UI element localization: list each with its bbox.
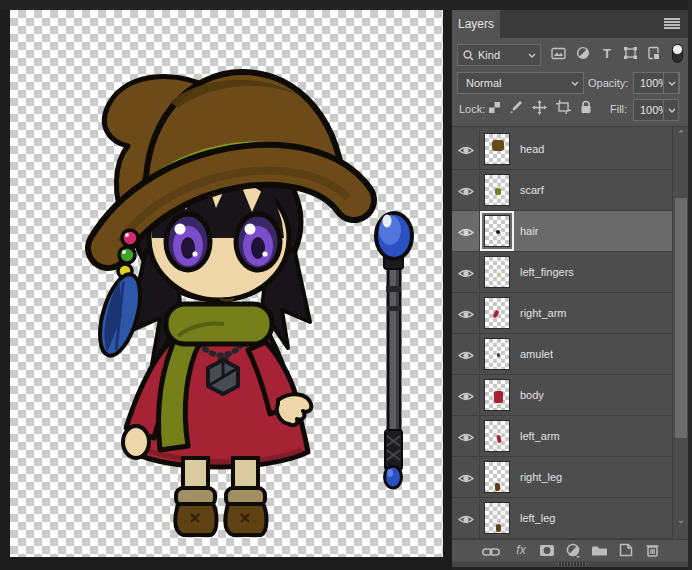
lock-position-icon[interactable]: [531, 100, 547, 116]
photoshop-workspace: « ✕: [0, 0, 692, 570]
layer-name[interactable]: left_leg: [520, 498, 555, 539]
document-canvas[interactable]: [10, 10, 443, 557]
panel-tab-bar: Layers: [452, 10, 688, 38]
scroll-down-icon[interactable]: ⌄: [673, 513, 689, 527]
scrollbar-thumb[interactable]: [675, 198, 687, 438]
layer-name[interactable]: left_arm: [520, 416, 560, 457]
blend-mode-dropdown[interactable]: Normal: [457, 72, 584, 94]
panel-right-edge: [688, 0, 692, 570]
layer-row-amulet[interactable]: amulet: [452, 334, 672, 375]
layer-name[interactable]: hair: [520, 211, 538, 252]
layer-list: head scarf hair left_fingers: [452, 127, 688, 539]
add-layer-mask-icon[interactable]: [536, 543, 558, 560]
layer-name[interactable]: right_arm: [520, 293, 566, 334]
search-icon: [463, 50, 474, 61]
layer-visibility-toggle[interactable]: [458, 471, 474, 484]
layer-row-left-arm[interactable]: left_arm: [452, 416, 672, 457]
layer-visibility-toggle[interactable]: [458, 307, 474, 320]
layer-visibility-toggle[interactable]: [458, 225, 474, 238]
panel-drag-grip[interactable]: [558, 562, 586, 566]
layer-row-left-leg[interactable]: left_leg: [452, 498, 672, 539]
layer-style-icon[interactable]: fx: [510, 543, 532, 560]
fill-label: Fill:: [610, 103, 627, 115]
layer-thumbnail[interactable]: [484, 379, 510, 411]
eye-left: [166, 214, 210, 270]
layer-name[interactable]: scarf: [520, 170, 544, 211]
scroll-up-icon[interactable]: ⌃: [673, 127, 689, 141]
chevron-down-icon: [571, 81, 579, 86]
layer-name[interactable]: amulet: [520, 334, 553, 375]
layer-thumbnail[interactable]: [484, 420, 510, 452]
layer-visibility-toggle[interactable]: [458, 266, 474, 279]
lock-all-icon[interactable]: [578, 100, 594, 116]
eye-right: [236, 214, 280, 270]
panel-top-strip: [452, 0, 688, 10]
layer-name[interactable]: head: [520, 129, 544, 170]
layers-panel: Layers Kind T: [452, 0, 692, 570]
layer-row-body[interactable]: body: [452, 375, 672, 416]
layer-visibility-toggle[interactable]: [458, 512, 474, 525]
link-layers-icon[interactable]: [480, 543, 502, 560]
delete-layer-icon[interactable]: [641, 543, 663, 560]
layer-row-right-leg[interactable]: right_leg: [452, 457, 672, 498]
opacity-dropdown-button[interactable]: [663, 72, 679, 94]
lock-transparency-icon[interactable]: [486, 100, 502, 116]
kind-filter-dropdown[interactable]: Kind: [457, 44, 541, 66]
chibi-character: [92, 72, 354, 535]
opacity-label: Opacity:: [588, 77, 628, 89]
layer-visibility-toggle[interactable]: [458, 184, 474, 197]
character-artwork: [10, 10, 443, 557]
smart-object-filter-icon[interactable]: [644, 46, 664, 64]
layer-name[interactable]: body: [520, 375, 544, 416]
layer-thumbnail[interactable]: [484, 502, 510, 534]
layer-visibility-toggle[interactable]: [458, 430, 474, 443]
pixel-layer-filter-icon[interactable]: [548, 46, 568, 64]
shape-layer-filter-icon[interactable]: [620, 46, 640, 64]
layer-thumbnail[interactable]: [484, 174, 510, 206]
layer-row-right-arm[interactable]: right_arm: [452, 293, 672, 334]
layer-thumbnail[interactable]: [484, 338, 510, 370]
layer-name[interactable]: left_fingers: [520, 252, 574, 293]
layer-thumbnail[interactable]: [484, 133, 510, 165]
type-layer-filter-icon[interactable]: T: [597, 46, 617, 64]
tab-layers[interactable]: Layers: [452, 10, 500, 38]
layer-row-left-fingers[interactable]: left_fingers: [452, 252, 672, 293]
feather: [92, 270, 148, 360]
panel-menu-icon[interactable]: [664, 18, 680, 30]
fill-dropdown-button[interactable]: [663, 99, 679, 121]
blend-mode-value: Normal: [466, 77, 501, 89]
lock-label: Lock:: [459, 103, 485, 115]
layer-row-head[interactable]: head: [452, 129, 672, 170]
layer-thumbnail[interactable]: [484, 256, 510, 288]
new-layer-icon[interactable]: [615, 543, 637, 560]
layer-thumbnail[interactable]: [484, 215, 510, 247]
layer-visibility-toggle[interactable]: [458, 143, 474, 156]
adjustment-layer-filter-icon[interactable]: [573, 46, 593, 64]
new-adjustment-layer-icon[interactable]: [562, 543, 584, 560]
layer-visibility-toggle[interactable]: [458, 389, 474, 402]
staff-artwork: [376, 213, 412, 488]
layer-visibility-toggle[interactable]: [458, 348, 474, 361]
new-group-icon[interactable]: [588, 543, 610, 560]
layer-thumbnail[interactable]: [484, 297, 510, 329]
lock-artboard-icon[interactable]: [555, 100, 571, 116]
layer-name[interactable]: right_leg: [520, 457, 562, 498]
lock-paint-icon[interactable]: [508, 100, 524, 116]
svg-text:T: T: [603, 46, 611, 60]
layer-row-scarf[interactable]: scarf: [452, 170, 672, 211]
layer-filter-toggle[interactable]: [671, 43, 684, 68]
layers-bottom-toolbar: fx: [452, 539, 688, 561]
kind-filter-label: Kind: [478, 45, 500, 65]
layer-thumbnail[interactable]: [484, 461, 510, 493]
layer-list-scrollbar[interactable]: ⌃ ⌄: [672, 127, 688, 539]
layer-row-hair[interactable]: hair: [452, 211, 672, 252]
chevron-down-icon: [528, 53, 536, 58]
